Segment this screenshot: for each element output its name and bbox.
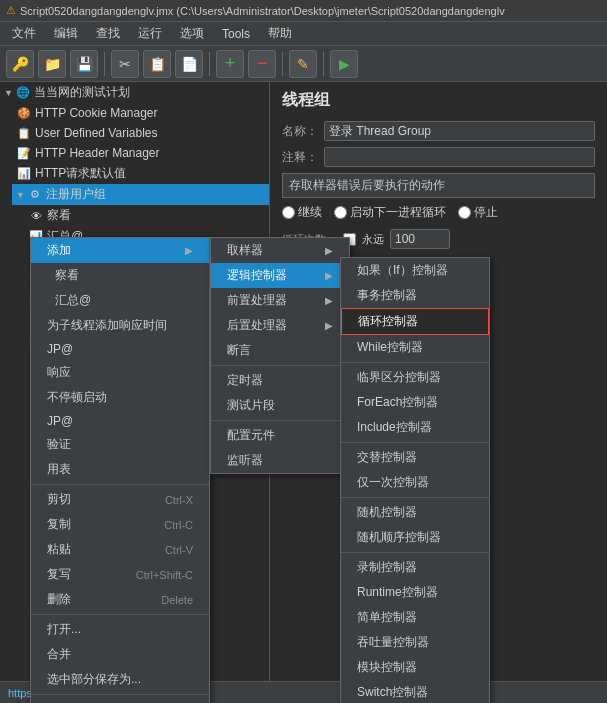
tree-item-uv[interactable]: 📋 User Defined Variables: [12, 123, 269, 143]
panel-title: 线程组: [282, 90, 595, 111]
ctx-aggregate-label: 汇总@: [55, 292, 91, 309]
menu-edit[interactable]: 编辑: [46, 23, 86, 44]
toolbar-btn-paste[interactable]: 📋: [143, 50, 171, 78]
sub2-throughput[interactable]: 吞吐量控制器: [341, 630, 489, 655]
ctx-open[interactable]: 打开...: [31, 617, 209, 642]
sub1-pre[interactable]: 前置处理器 ▶: [211, 288, 349, 313]
toolbar-btn-save[interactable]: 💾: [70, 50, 98, 78]
name-input[interactable]: [324, 121, 595, 141]
sub2-random[interactable]: 随机控制器: [341, 500, 489, 525]
sub1-config[interactable]: 配置元件: [211, 423, 349, 448]
sub2-random-order[interactable]: 随机顺序控制器: [341, 525, 489, 550]
sub2-sep-1: [341, 362, 489, 363]
sub2-loop[interactable]: 循环控制器: [341, 308, 489, 335]
sub2-random-order-label: 随机顺序控制器: [357, 529, 441, 546]
sub2-transaction[interactable]: 事务控制器: [341, 283, 489, 308]
toolbar-btn-edit[interactable]: ✎: [289, 50, 317, 78]
menu-find[interactable]: 查找: [88, 23, 128, 44]
ctx-jp2[interactable]: JP@: [31, 410, 209, 432]
toolbar-btn-key[interactable]: 🔑: [6, 50, 34, 78]
ctx-merge-label: 合并: [47, 646, 71, 663]
toolbar-btn-doc[interactable]: 📄: [175, 50, 203, 78]
ctx-add-label: 添加: [47, 242, 71, 259]
sub1-post[interactable]: 后置处理器 ▶: [211, 313, 349, 338]
ctx-open-label: 打开...: [47, 621, 81, 638]
ctx-delete[interactable]: 删除 Delete: [31, 587, 209, 612]
ctx-saveas[interactable]: 选中部分保存为...: [31, 667, 209, 692]
ctx-verify[interactable]: 验证: [31, 432, 209, 457]
sub2-alternate[interactable]: 交替控制器: [341, 445, 489, 470]
sub2-transaction-label: 事务控制器: [357, 287, 417, 304]
ctx-nostart[interactable]: 不停顿启动: [31, 385, 209, 410]
tree-item-cookie[interactable]: 🍪 HTTP Cookie Manager: [12, 103, 269, 123]
ctx-copy-label: 复制: [47, 516, 71, 533]
ctx-duplicate[interactable]: 复写 Ctrl+Shift-C: [31, 562, 209, 587]
sub2-sep-2: [341, 442, 489, 443]
loop-count-input[interactable]: [390, 229, 450, 249]
name-label: 名称：: [282, 123, 318, 140]
ctx-jp1[interactable]: JP@: [31, 338, 209, 360]
ctx-verify-label: 验证: [47, 436, 71, 453]
ctx-table[interactable]: 用表: [31, 457, 209, 482]
menu-run[interactable]: 运行: [130, 23, 170, 44]
sub2-alternate-label: 交替控制器: [357, 449, 417, 466]
sub1-sampler[interactable]: 取样器 ▶: [211, 238, 349, 263]
sub2-if[interactable]: 如果（If）控制器: [341, 258, 489, 283]
comment-input[interactable]: [324, 147, 595, 167]
toolbar-btn-cut[interactable]: ✂: [111, 50, 139, 78]
toolbar-btn-remove[interactable]: −: [248, 50, 276, 78]
tree-icon-root: 🌐: [15, 85, 31, 101]
tree-item-view[interactable]: 👁 察看: [24, 205, 269, 226]
menu-file[interactable]: 文件: [4, 23, 44, 44]
sub2-include[interactable]: Include控制器: [341, 415, 489, 440]
ctx-aggregate[interactable]: 汇总@: [31, 288, 209, 313]
ctx-cut[interactable]: 剪切 Ctrl-X: [31, 487, 209, 512]
tree-item-root[interactable]: ▼ 🌐 当当网的测试计划: [0, 82, 269, 103]
section-header: 存取样器错误后要执行的动作: [282, 173, 595, 198]
sub2-while[interactable]: While控制器: [341, 335, 489, 360]
sub2-while-label: While控制器: [357, 339, 423, 356]
radio-continue[interactable]: 继续: [282, 204, 322, 221]
sub2-module[interactable]: 模块控制器: [341, 655, 489, 680]
menu-tools[interactable]: Tools: [214, 25, 258, 43]
sub2-throughput-label: 吞吐量控制器: [357, 634, 429, 651]
toolbar-btn-run[interactable]: ▶: [330, 50, 358, 78]
radio-stop[interactable]: 停止: [458, 204, 498, 221]
ctx-copy[interactable]: 复制 Ctrl-C: [31, 512, 209, 537]
menu-help[interactable]: 帮助: [260, 23, 300, 44]
sub2-simple[interactable]: 简单控制器: [341, 605, 489, 630]
radio-next-loop[interactable]: 启动下一进程循环: [334, 204, 446, 221]
ctx-duplicate-label: 复写: [47, 566, 71, 583]
sub2-once[interactable]: 仅一次控制器: [341, 470, 489, 495]
toolbar-btn-add[interactable]: +: [216, 50, 244, 78]
sub1-logic[interactable]: 逻辑控制器 ▶: [211, 263, 349, 288]
sub2-if-label: 如果（If）控制器: [357, 262, 448, 279]
tree-arrow-group: ▼: [16, 190, 26, 200]
sub1-assert-label: 断言: [227, 342, 251, 359]
sub1-assert[interactable]: 断言: [211, 338, 349, 363]
sub1-fragment[interactable]: 测试片段: [211, 393, 349, 418]
sub1-sampler-arrow: ▶: [325, 245, 333, 256]
sub2-foreach[interactable]: ForEach控制器: [341, 390, 489, 415]
sub2-switch[interactable]: Switch控制器: [341, 680, 489, 703]
ctx-add[interactable]: 添加 ▶: [31, 238, 209, 263]
sub1-timer[interactable]: 定时器: [211, 368, 349, 393]
ctx-merge[interactable]: 合并: [31, 642, 209, 667]
ctx-view[interactable]: 察看: [31, 263, 209, 288]
sub2-runtime[interactable]: Runtime控制器: [341, 580, 489, 605]
ctx-save-node[interactable]: 保存节点为图片 Ctrl-G: [31, 697, 209, 703]
toolbar-btn-open[interactable]: 📁: [38, 50, 66, 78]
ctx-addtime[interactable]: 为子线程添加响应时间: [31, 313, 209, 338]
sub2-critical[interactable]: 临界区分控制器: [341, 365, 489, 390]
sub2-record[interactable]: 录制控制器: [341, 555, 489, 580]
ctx-resp[interactable]: 响应: [31, 360, 209, 385]
ctx-paste[interactable]: 粘贴 Ctrl-V: [31, 537, 209, 562]
sub1-listener[interactable]: 监听器: [211, 448, 349, 473]
tree-item-group[interactable]: ▼ ⚙ 注册用户组: [12, 184, 269, 205]
tree-icon-uv: 📋: [16, 125, 32, 141]
ctx-delete-label: 删除: [47, 591, 71, 608]
tree-label-cookie: HTTP Cookie Manager: [35, 106, 158, 120]
tree-item-header[interactable]: 📝 HTTP Header Manager: [12, 143, 269, 163]
menu-options[interactable]: 选项: [172, 23, 212, 44]
tree-item-defaults[interactable]: 📊 HTTP请求默认值: [12, 163, 269, 184]
